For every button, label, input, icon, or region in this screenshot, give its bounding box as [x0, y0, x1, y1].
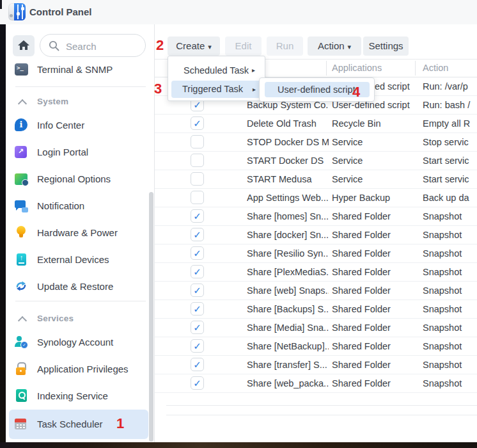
task-action-cell: Start servic	[423, 170, 477, 188]
menu-item-label: Scheduled Task	[184, 65, 249, 76]
task-action-cell: Snapshot	[423, 356, 477, 374]
sidebar-divider	[15, 301, 146, 301]
sidebar-item-label: Notification	[37, 193, 84, 220]
task-checkbox[interactable]: ✓	[191, 135, 204, 148]
control-panel-window: Control Panel >_ Terminal & SNMP S	[0, 0, 477, 448]
sidebar-item-login-portal[interactable]: ↗ Login Portal	[6, 139, 154, 166]
action-button[interactable]: Action▾	[308, 36, 361, 56]
task-checkbox[interactable]: ✓	[191, 246, 204, 260]
task-name-cell: Share [web_packa...	[247, 374, 329, 392]
create-button[interactable]: Create▾	[168, 36, 220, 56]
task-checkbox[interactable]: ✓	[191, 116, 204, 130]
table-row[interactable]: ✓ STOP Docker DS M... Service Stop servi…	[155, 133, 477, 152]
menu-item-scheduled-task[interactable]: Scheduled Task ▸	[184, 61, 249, 79]
task-checkbox[interactable]: ✓	[191, 376, 204, 390]
sidebar-section-services[interactable]: Services	[6, 309, 154, 328]
table-row[interactable]: ✓ Share [homes] Sn... Shared Folder Snap…	[155, 207, 477, 226]
sidebar-item-label: Login Portal	[37, 139, 88, 166]
table-row[interactable]: ✓ Share [web_packa... Shared Folder Snap…	[155, 374, 477, 393]
home-button[interactable]	[13, 35, 35, 56]
task-action-cell: Snapshot	[423, 244, 477, 262]
task-name-cell: Share [PlexMediaS...	[247, 263, 329, 281]
task-checkbox[interactable]: ✓	[191, 154, 204, 167]
sidebar-item-application-privileges[interactable]: Application Privileges	[6, 356, 154, 383]
column-header-applications[interactable]: Applications	[332, 60, 382, 77]
task-app-cell: Service	[332, 152, 412, 170]
sidebar-item-external-devices[interactable]: ↑ External Devices	[6, 246, 154, 273]
task-checkbox[interactable]: ✓	[191, 284, 204, 297]
task-action-cell: Empty all R	[423, 115, 477, 132]
task-name-cell: START Docker DS	[247, 152, 329, 170]
task-app-cell: Service	[332, 170, 412, 188]
settings-button-label: Settings	[368, 40, 403, 51]
task-action-cell: Snapshot	[423, 300, 477, 318]
task-checkbox[interactable]: ✓	[191, 265, 204, 278]
settings-button[interactable]: Settings	[363, 36, 409, 56]
task-name-cell: START Medusa	[247, 170, 329, 188]
control-panel-app-icon	[8, 3, 26, 20]
task-app-cell: Shared Folder	[332, 244, 412, 262]
sidebar-section-system[interactable]: System	[6, 92, 154, 111]
sidebar-item-update-restore[interactable]: Update & Restore	[6, 273, 154, 300]
table-row[interactable]: ✓ Share [web] Snaps... Shared Folder Sna…	[155, 282, 477, 300]
task-action-cell: Run: /var/p	[423, 77, 477, 95]
table-row[interactable]: ✓ Share [Resilio Syn... Shared Folder Sn…	[155, 244, 477, 263]
task-app-cell: Service	[332, 133, 412, 151]
chevron-up-icon	[18, 99, 27, 108]
task-checkbox[interactable]: ✓	[191, 209, 204, 223]
sidebar-item-info-center[interactable]: i Info Center	[6, 112, 154, 139]
table-row[interactable]: ✓ Share [PlexMediaS... Shared Folder Sna…	[155, 263, 477, 282]
task-checkbox[interactable]: ✓	[191, 358, 204, 371]
task-checkbox[interactable]: ✓	[191, 302, 204, 316]
task-name-cell: Share [Resilio Syn...	[247, 244, 329, 262]
task-action-cell: Run: bash /	[423, 96, 477, 114]
table-row[interactable]: ✓ START Docker DS Service Start servic	[155, 152, 477, 170]
task-checkbox[interactable]: ✓	[191, 191, 204, 204]
run-button[interactable]: Run	[267, 36, 303, 56]
table-footer-line	[166, 405, 477, 406]
column-header-action[interactable]: Action	[423, 60, 448, 77]
sidebar-item-synology-account[interactable]: ✓ Synology Account	[6, 329, 154, 356]
task-checkbox[interactable]: ✓	[191, 172, 204, 186]
task-action-cell: Snapshot	[423, 207, 477, 225]
sidebar-item-indexing-service[interactable]: Indexing Service	[6, 383, 154, 410]
sidebar-item-terminal-snmp[interactable]: >_ Terminal & SNMP	[6, 56, 154, 83]
submenu-arrow-icon: ▸	[253, 81, 256, 98]
sidebar-item-regional-options[interactable]: Regional Options	[6, 166, 154, 193]
sidebar-item-hardware-power[interactable]: Hardware & Power	[6, 220, 154, 246]
menu-item-label: User-defined script	[278, 84, 356, 95]
table-row[interactable]: ✓ Share [Media] Sna... Shared Folder Sna…	[155, 319, 477, 337]
menu-item-triggered-task[interactable]: Triggered Task ▸	[171, 81, 263, 98]
sidebar-item-task-scheduler[interactable]: Task Scheduler	[6, 411, 154, 438]
submenu-arrow-icon: ▸	[252, 61, 255, 79]
run-button-label: Run	[276, 40, 294, 51]
task-checkbox[interactable]: ✓	[191, 339, 204, 353]
sidebar-item-label: Regional Options	[37, 166, 111, 193]
task-name-cell: Share [Media] Sna...	[247, 319, 329, 337]
task-app-cell: Recycle Bin	[332, 115, 412, 132]
table-row[interactable]: ✓ Share [transfer] S... Shared Folder Sn…	[155, 356, 477, 374]
sidebar-item-label: Hardware & Power	[37, 220, 118, 246]
table-row[interactable]: ✓ Share [NetBackup]... Shared Folder Sna…	[155, 337, 477, 356]
task-name-cell: Share [web] Snaps...	[247, 282, 329, 300]
table-row[interactable]: ✓ Share [docker] Sn... Shared Folder Sna…	[155, 226, 477, 244]
sidebar-item-notification[interactable]: Notification	[6, 193, 154, 220]
external-devices-icon: ↑	[15, 253, 28, 266]
search-input[interactable]	[65, 35, 143, 57]
task-app-cell: Hyper Backup	[332, 189, 412, 207]
table-row[interactable]: ✓ Share [Backups] S... Shared Folder Sna…	[155, 300, 477, 319]
task-app-cell: Shared Folder	[332, 300, 412, 318]
sidebar-scrollbar-thumb[interactable]	[149, 192, 153, 442]
task-name-cell: Share [docker] Sn...	[247, 226, 329, 244]
task-checkbox[interactable]: ✓	[191, 321, 204, 334]
wallpaper-sliver-top	[0, 0, 2, 9]
task-app-cell: Shared Folder	[332, 374, 412, 392]
table-row[interactable]: ✓ Delete Old Trash Recycle Bin Empty all…	[155, 115, 477, 133]
sidebar-item-label: External Devices	[37, 246, 109, 273]
task-checkbox[interactable]: ✓	[191, 228, 204, 241]
column-divider	[415, 61, 416, 76]
table-row[interactable]: ✓ App Settings Web... Hyper Backup Back …	[155, 189, 477, 207]
edit-button[interactable]: Edit	[225, 36, 262, 56]
table-row[interactable]: ✓ START Medusa Service Start servic	[155, 170, 477, 189]
window-titlebar: Control Panel	[0, 0, 477, 24]
